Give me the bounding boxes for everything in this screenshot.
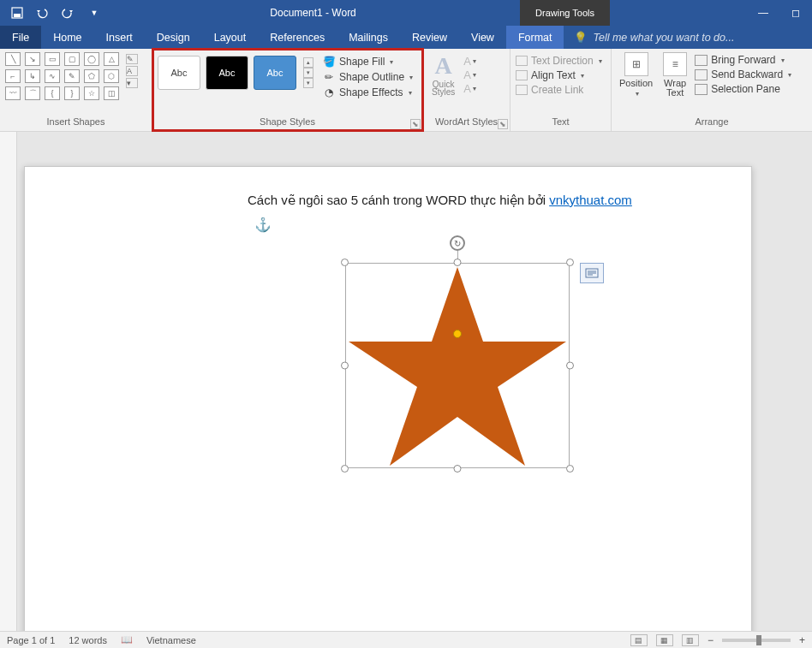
style-more[interactable]: ▾ — [303, 78, 313, 88]
shape-oval[interactable]: ◯ — [84, 52, 99, 66]
status-word-count[interactable]: 12 words — [69, 635, 107, 645]
tab-view[interactable]: View — [459, 26, 506, 49]
rotate-handle[interactable]: ↻ — [450, 235, 465, 251]
body-text[interactable]: Cách vẽ ngôi sao 5 cánh trong WORD thực … — [248, 193, 632, 208]
shape-effects-button[interactable]: ◔Shape Effects▾ — [322, 86, 413, 98]
resize-handle-sw[interactable] — [341, 465, 349, 473]
view-print-layout[interactable]: ▦ — [656, 634, 673, 646]
anchor-icon[interactable]: ⚓ — [254, 217, 272, 233]
shape-style-3[interactable]: Abc — [254, 56, 296, 90]
shape-freeform[interactable]: ✎ — [64, 69, 80, 83]
wordart-preview-icon: A — [435, 52, 452, 80]
shape-fill-button[interactable]: 🪣Shape Fill▾ — [322, 56, 413, 68]
bring-forward-button[interactable]: Bring Forward ▾ — [695, 54, 791, 66]
ribbon-tabs: File Home Insert Design Layout Reference… — [0, 26, 812, 49]
resize-handle-se[interactable] — [566, 465, 574, 473]
minimize-button[interactable]: — — [747, 0, 779, 26]
shape-brace[interactable]: { — [45, 86, 60, 100]
text-fill-button[interactable]: A▾ — [463, 55, 476, 68]
hyperlink[interactable]: vnkythuat.com — [549, 193, 632, 207]
tab-layout[interactable]: Layout — [202, 26, 259, 49]
shape-style-2[interactable]: Abc — [206, 56, 248, 90]
style-scroll-down[interactable]: ▾ — [303, 68, 313, 78]
shape-elbow-arrow[interactable]: ↳ — [25, 69, 40, 83]
tell-me-search[interactable]: 💡Tell me what you want to do... — [564, 26, 812, 49]
shape-curve-conn[interactable]: ∿ — [45, 69, 60, 83]
star-shape[interactable] — [345, 263, 570, 468]
shape-hex[interactable]: ⬡ — [104, 69, 119, 83]
send-backward-label: Send Backward — [711, 68, 783, 80]
resize-handle-nw[interactable] — [341, 259, 349, 266]
text-outline-button[interactable]: A▾ — [463, 68, 476, 81]
shape-star[interactable]: ☆ — [84, 86, 99, 100]
tab-references[interactable]: References — [258, 26, 337, 49]
shape-gallery[interactable]: ╲↘▭▢◯△ ⌐↳∿✎⬠⬡ 〰⌒{}☆◫ — [5, 52, 121, 102]
position-button[interactable]: ⊞ Position▾ — [617, 52, 655, 98]
dialog-launcher-shape-styles[interactable]: ⬊ — [410, 119, 421, 129]
page[interactable]: Cách vẽ ngôi sao 5 cánh trong WORD thực … — [24, 166, 752, 631]
resize-handle-n[interactable] — [454, 259, 462, 266]
svg-marker-2 — [349, 267, 566, 466]
tab-insert[interactable]: Insert — [94, 26, 145, 49]
group-label-insert-shapes: Insert Shapes — [5, 116, 146, 131]
vertical-ruler[interactable] — [0, 132, 17, 631]
status-language[interactable]: Vietnamese — [146, 635, 196, 645]
view-read-mode[interactable]: ▤ — [630, 634, 648, 646]
shape-curve[interactable]: 〰 — [5, 86, 21, 100]
tab-file[interactable]: File — [0, 26, 41, 49]
shape-more[interactable]: ▾ — [126, 78, 138, 88]
selection-pane-button[interactable]: Selection Pane — [695, 83, 791, 95]
create-link-button[interactable]: Create Link — [516, 84, 583, 96]
window-controls: — ◻ — [747, 0, 812, 26]
shape-rect[interactable]: ▭ — [45, 52, 60, 66]
shape-arc[interactable]: ⌒ — [25, 86, 40, 100]
status-proofing-icon[interactable]: 📖 — [121, 634, 133, 645]
zoom-in-button[interactable]: + — [799, 634, 805, 646]
shape-line[interactable]: ╲ — [5, 52, 21, 66]
resize-handle-s[interactable] — [454, 465, 462, 473]
zoom-slider[interactable] — [722, 639, 791, 642]
zoom-thumb[interactable] — [756, 635, 761, 645]
layout-options-button[interactable] — [580, 263, 604, 283]
wordart-quick-styles[interactable]: A Quick Styles — [428, 52, 458, 97]
shape-elbow[interactable]: ⌐ — [5, 69, 21, 83]
redo-button[interactable] — [57, 1, 81, 25]
shape-style-1[interactable]: Abc — [158, 56, 200, 90]
shape-triangle[interactable]: △ — [104, 52, 119, 66]
text-effects-button[interactable]: A▾ — [463, 82, 476, 95]
tab-home[interactable]: Home — [41, 26, 93, 49]
status-page[interactable]: Page 1 of 1 — [7, 635, 55, 645]
tab-review[interactable]: Review — [400, 26, 459, 49]
shape-polygon[interactable]: ⬠ — [84, 69, 99, 83]
tab-design[interactable]: Design — [145, 26, 202, 49]
save-button[interactable] — [5, 1, 29, 25]
group-wordart-styles: A Quick Styles A▾ A▾ A▾ WordArt Styles ⬊ — [423, 49, 510, 131]
shape-callout[interactable]: ◫ — [104, 86, 119, 100]
resize-handle-w[interactable] — [341, 362, 349, 370]
undo-button[interactable] — [31, 1, 55, 25]
shape-arrow[interactable]: ↘ — [25, 52, 40, 66]
zoom-out-button[interactable]: − — [708, 634, 713, 646]
style-scroll-up[interactable]: ▴ — [303, 57, 313, 68]
shape-style-gallery[interactable]: Abc Abc Abc ▴ ▾ ▾ — [158, 52, 313, 90]
edit-shape-button[interactable]: ✎ — [126, 54, 138, 64]
restore-button[interactable]: ◻ — [779, 0, 812, 26]
selected-shape[interactable]: ↻ — [345, 263, 570, 468]
align-text-button[interactable]: Align Text▾ — [516, 69, 584, 81]
wrap-text-button[interactable]: ≡ Wrap Text — [660, 52, 690, 98]
align-text-icon — [516, 70, 528, 80]
send-backward-button[interactable]: Send Backward ▾ — [695, 68, 791, 80]
resize-handle-e[interactable] — [566, 362, 574, 370]
tab-mailings[interactable]: Mailings — [337, 26, 400, 49]
shape-outline-button[interactable]: ✏Shape Outline▾ — [322, 71, 413, 83]
tab-format[interactable]: Format — [506, 26, 564, 49]
text-direction-button[interactable]: Text Direction▾ — [516, 55, 602, 67]
qat-customize[interactable]: ▼ — [82, 1, 106, 25]
text-box-button[interactable]: A — [126, 66, 138, 76]
dialog-launcher-wordart[interactable]: ⬊ — [498, 119, 508, 129]
adjustment-handle[interactable] — [453, 330, 462, 338]
view-web-layout[interactable]: ▥ — [682, 634, 699, 646]
shape-roundrect[interactable]: ▢ — [64, 52, 80, 66]
resize-handle-ne[interactable] — [566, 259, 574, 266]
shape-brace-r[interactable]: } — [64, 86, 80, 100]
